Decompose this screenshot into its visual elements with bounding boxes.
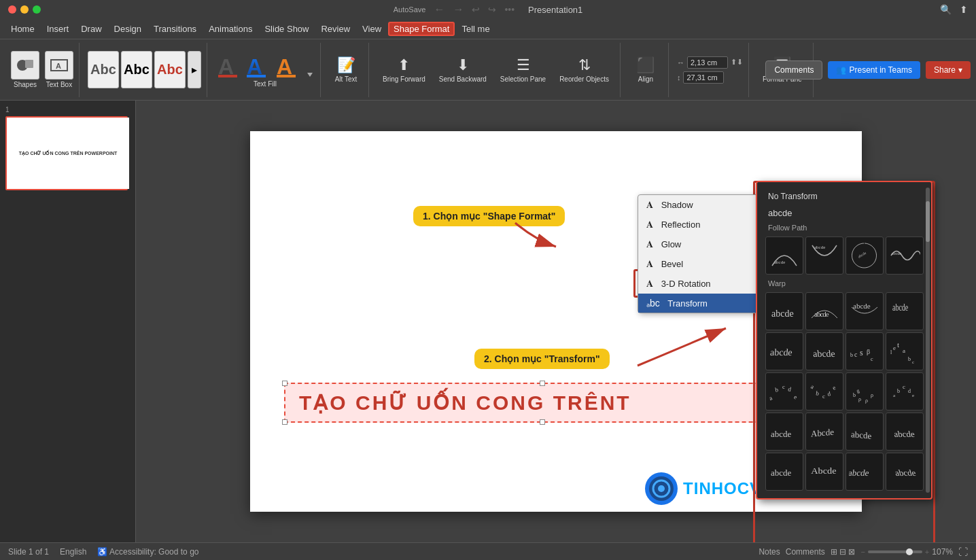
scrollbar-thumb[interactable] <box>926 201 930 242</box>
warp-r5c1[interactable]: abcde <box>765 453 803 491</box>
selection-pane-button[interactable]: ☰ Selection Pane <box>495 54 551 86</box>
warp-triangle[interactable]: a b c d e <box>886 372 924 410</box>
maximize-button[interactable] <box>33 5 41 14</box>
dropdown-reflection[interactable]: 𝐀 Reflection ▶ <box>638 215 773 234</box>
warp-ring[interactable]: g b ρ ρ ρ <box>846 372 884 410</box>
warp-arc-up[interactable]: abcde <box>805 292 843 330</box>
dropdown-shadow[interactable]: 𝐀 Shadow ▶ <box>638 195 773 215</box>
undo-icon[interactable]: ↩ <box>472 4 480 15</box>
nav-forward-icon[interactable]: → <box>453 3 464 16</box>
status-left: Slide 1 of 1 English ♿ Accessibility: Go… <box>8 547 198 557</box>
alt-text-button[interactable]: 📝 Alt Text <box>329 54 363 86</box>
warp-arc-down[interactable]: abcde <box>846 292 884 330</box>
more-icon[interactable]: ••• <box>504 4 515 15</box>
svg-text:e: e <box>831 384 837 391</box>
menu-design[interactable]: Design <box>109 22 147 36</box>
handle-tm[interactable] <box>540 381 545 386</box>
zoom-in-icon[interactable]: + <box>925 548 929 556</box>
svg-text:c: c <box>871 356 873 362</box>
svg-text:a: a <box>809 383 815 390</box>
warp-square-up[interactable]: abcde <box>765 292 803 330</box>
path-wave[interactable]: abcde <box>886 237 924 275</box>
warp-r5c4[interactable]: abcde <box>886 453 924 491</box>
notes-button[interactable]: Notes <box>759 547 780 557</box>
wordart-btn-2[interactable]: Abc <box>121 51 152 88</box>
fit-page-icon[interactable]: ⛶ <box>958 546 968 557</box>
zoom-thumb[interactable] <box>906 548 913 555</box>
handle-tl[interactable] <box>282 381 287 386</box>
menu-insert[interactable]: Insert <box>41 22 75 36</box>
warp-deflate[interactable]: abcde <box>805 332 843 370</box>
dropdown-transform[interactable]: ₐbc Transform ▶ <box>638 294 773 313</box>
comments-button[interactable]: Comments <box>765 60 822 80</box>
menu-slideshow[interactable]: Slide Show <box>259 22 314 36</box>
handle-bm[interactable] <box>540 419 545 425</box>
warp-chevron-down[interactable]: a b c d e <box>805 372 843 410</box>
dropdown-bevel[interactable]: 𝐀 Bevel ▶ <box>638 254 773 274</box>
wordart-more-button[interactable]: ▸ <box>188 51 201 88</box>
abcde-plain-option[interactable]: abcde <box>763 205 926 221</box>
warp-inflate[interactable]: abcde <box>765 332 803 370</box>
warp-wave-2[interactable]: Abcde <box>805 413 843 451</box>
menu-shape-format[interactable]: Shape Format <box>388 22 455 36</box>
warp-chevron-up[interactable]: a b c d e <box>765 372 803 410</box>
height-input[interactable]: 27,31 cm <box>683 71 724 84</box>
shapes-button[interactable] <box>11 51 39 80</box>
close-button[interactable] <box>8 5 16 14</box>
path-circle[interactable]: abcde <box>846 237 884 275</box>
zoom-slider[interactable] <box>868 550 922 553</box>
warp-fade-right[interactable]: b c s β c <box>846 332 884 370</box>
menu-review[interactable]: Review <box>315 22 355 36</box>
menu-draw[interactable]: Draw <box>75 22 107 36</box>
canvas-area[interactable]: 1. Chọn mục "Shape Format" 2. Chọn mục "… <box>136 101 976 542</box>
share-icon[interactable]: ⬆ <box>960 4 968 15</box>
dropdown-3d-rotation[interactable]: 𝐀 3-D Rotation ▶ <box>638 274 773 294</box>
bring-forward-button[interactable]: ⬆ Bring Forward <box>377 54 431 86</box>
share-button[interactable]: Share ▾ <box>926 61 971 79</box>
menu-view[interactable]: View <box>357 22 387 36</box>
warp-fade-left[interactable]: l e t a b c <box>886 332 924 370</box>
send-backward-button[interactable]: ⬇ Send Backward <box>434 54 492 86</box>
handle-bl[interactable] <box>282 419 287 425</box>
warp-arch[interactable]: abcde <box>886 292 924 330</box>
teams-icon: 👥 <box>836 65 846 75</box>
wordart-btn-1[interactable]: Abc <box>88 51 119 88</box>
present-in-teams-button[interactable]: 👥 Present in Teams <box>828 61 920 79</box>
text-fill-label: Text Fill <box>254 80 277 88</box>
warp-wave-1[interactable]: abcde <box>765 413 803 451</box>
comments-status-button[interactable]: Comments <box>786 547 825 557</box>
align-button[interactable]: ⬛ Align <box>629 54 663 86</box>
menu-tell-me[interactable]: Tell me <box>456 22 495 36</box>
view-icons[interactable]: ⊞ ⊟ ⊠ <box>831 547 856 557</box>
slide-main-textbox[interactable]: TẠO CHỮ UỐN CONG TRÊ NT <box>284 383 801 423</box>
shape-fill-section[interactable]: A A A <box>215 52 315 88</box>
width-expand-icon[interactable]: ⬆⬇ <box>731 58 743 67</box>
width-input[interactable]: 2,13 cm <box>687 56 728 69</box>
zoom-control[interactable]: − + 107% <box>860 547 953 557</box>
slide-thumbnail[interactable]: TẠO CHỮ UỐN CONG TRÊN POWERPOINT <box>5 116 128 190</box>
path-arch-down[interactable]: abcde <box>805 237 843 275</box>
svg-text:abcde: abcde <box>771 309 794 319</box>
dropdown-glow[interactable]: 𝐀 Glow ▶ <box>638 234 773 254</box>
slide-count-text: Slide 1 of 1 <box>8 547 49 557</box>
reorder-objects-button[interactable]: ⇅ Reorder Objects <box>554 54 614 86</box>
warp-r5c2[interactable]: Abcde <box>805 453 843 491</box>
wordart-btn-3[interactable]: Abc <box>154 51 186 88</box>
window-controls[interactable] <box>8 5 41 14</box>
warp-r5c3[interactable]: abcde <box>846 453 884 491</box>
warp-wave-3[interactable]: abcde <box>846 413 884 451</box>
menu-home[interactable]: Home <box>5 22 40 36</box>
menu-animations[interactable]: Animations <box>203 22 258 36</box>
no-transform-option[interactable]: No Transform <box>763 188 926 205</box>
warp-wave-4[interactable]: abcde <box>886 413 924 451</box>
minimize-button[interactable] <box>20 5 29 14</box>
submenu-scrollbar[interactable] <box>926 188 930 493</box>
text-fill-dropdown-btn[interactable] <box>305 70 315 80</box>
zoom-out-icon[interactable]: − <box>860 548 865 556</box>
search-icon[interactable]: 🔍 <box>940 4 952 15</box>
redo-icon[interactable]: ↪ <box>488 4 496 15</box>
nav-back-icon[interactable]: ← <box>434 3 445 16</box>
text-box-button[interactable]: A <box>45 51 73 80</box>
menu-transitions[interactable]: Transitions <box>148 22 202 36</box>
path-arch-up[interactable]: abcde <box>765 237 803 275</box>
